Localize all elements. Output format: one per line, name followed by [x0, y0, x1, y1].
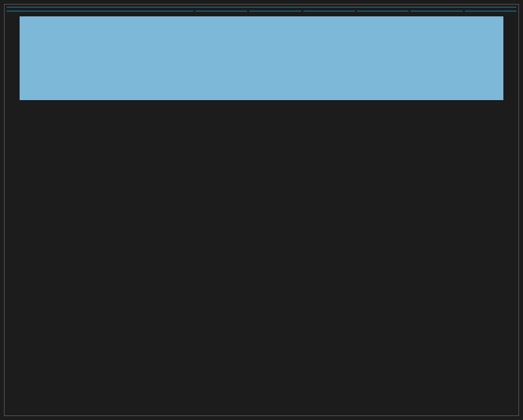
memory-controllers-right	[506, 13, 516, 413]
main-area	[7, 13, 516, 413]
nvdec-block	[357, 10, 409, 12]
gpu-die-diagram	[4, 4, 519, 416]
nvenc-block	[249, 10, 301, 12]
nvdec-block	[411, 10, 462, 12]
memory-controllers-left	[7, 13, 17, 413]
nvdec-block	[303, 10, 355, 12]
pci-express-interface	[7, 7, 516, 8]
center-area	[18, 13, 505, 413]
nvdec-block	[465, 10, 516, 12]
nvenc-block	[195, 10, 247, 12]
optical-flow-accelerator	[7, 10, 194, 12]
l2-cache	[20, 16, 503, 100]
encoder-row	[7, 10, 516, 12]
